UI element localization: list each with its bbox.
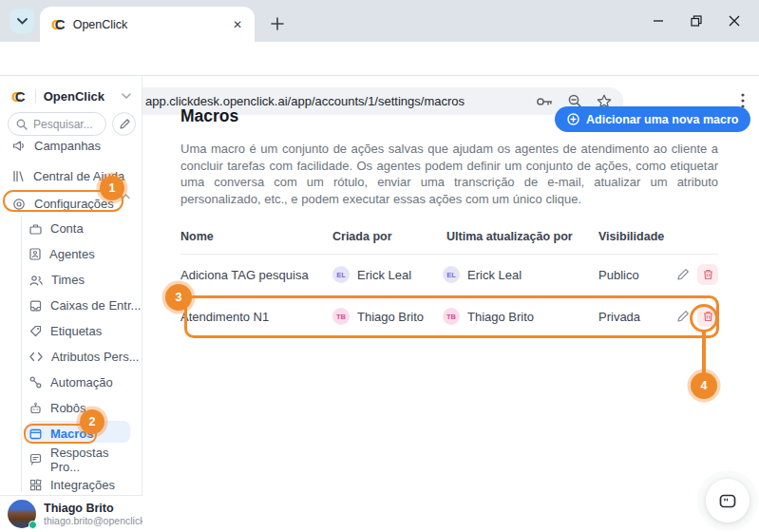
- sidebar-item-label: Agentes: [49, 247, 95, 261]
- macros-description: Uma macro é um conjunto de ações salvas …: [180, 141, 718, 207]
- blocks-icon: [29, 479, 42, 491]
- updated-by: Thiago Brito: [467, 310, 534, 324]
- online-status-dot: [28, 521, 37, 529]
- annotation-connector-line: [702, 332, 706, 374]
- macro-name: Adiciona TAG pesquisa: [180, 268, 309, 282]
- sidebar-item-caixas-de-entrada[interactable]: Caixas de Entr...: [0, 293, 142, 318]
- sidebar-item-campanhas[interactable]: Campanhas: [0, 139, 142, 159]
- plus-circle-icon: [567, 113, 579, 125]
- gear-icon: [12, 198, 26, 211]
- compose-button[interactable]: [112, 112, 136, 136]
- trash-icon: [703, 269, 713, 280]
- edit-macro-button[interactable]: [676, 310, 690, 323]
- openclick-favicon: CC: [51, 17, 66, 31]
- macro-icon: [29, 428, 42, 440]
- briefcase-icon: [29, 223, 42, 235]
- code-icon: [29, 352, 43, 362]
- agent-card-icon: [29, 248, 41, 260]
- user-avatar: [8, 500, 36, 528]
- chat-reply-icon: [29, 453, 42, 466]
- column-header-criada-por: Criada por: [332, 230, 392, 243]
- browser-tab-openclick[interactable]: CC OpenClick ✕: [40, 7, 255, 42]
- sidebar-item-label: Integrações: [50, 478, 115, 492]
- workspace-switcher[interactable]: CC OpenClick: [0, 84, 142, 108]
- macro-name: Atendimento N1: [180, 310, 269, 324]
- browser-tabstrip: CC OpenClick ✕: [0, 0, 759, 42]
- created-by: Thiago Brito: [357, 310, 424, 324]
- sidebar-item-times[interactable]: Times: [0, 267, 142, 293]
- pencil-icon: [676, 268, 690, 281]
- chat-widget-icon: [719, 494, 736, 508]
- sidebar-item-label: Configurações: [34, 197, 114, 211]
- search-input[interactable]: Pesquisar...: [8, 112, 106, 136]
- password-key-icon[interactable]: [536, 96, 554, 107]
- plus-icon: [271, 17, 284, 30]
- restore-button[interactable]: [689, 13, 704, 28]
- add-macro-button[interactable]: Adicionar uma nova macro: [555, 106, 750, 132]
- table-header-row: Nome Criada por Ultima atualização por V…: [180, 226, 718, 254]
- new-tab-button[interactable]: [266, 12, 289, 35]
- window-controls: [651, 0, 759, 42]
- chat-widget-button[interactable]: [706, 479, 750, 522]
- tab-close-icon[interactable]: ✕: [230, 17, 245, 32]
- sidebar-item-respostas-prontas[interactable]: Respostas Pro...: [0, 446, 142, 472]
- annotation-step-1: 1: [100, 176, 124, 200]
- tab-search-button[interactable]: [9, 9, 34, 33]
- avatar: EL: [443, 266, 460, 283]
- sidebar-item-label: Robôs: [50, 401, 86, 415]
- visibility-value: Publico: [598, 268, 639, 282]
- trash-icon: [703, 311, 713, 322]
- chevron-down-icon: [122, 93, 131, 99]
- sidebar-item-label: Etiquetas: [50, 324, 102, 338]
- sidebar-item-label: Conta: [50, 221, 84, 236]
- sidebar-item-etiquetas[interactable]: Etiquetas: [0, 318, 142, 344]
- minimize-button[interactable]: [651, 13, 666, 28]
- tab-title: OpenClick: [73, 18, 230, 31]
- workflow-icon: [29, 376, 42, 389]
- sidebar-item-integracoes[interactable]: Integrações: [0, 472, 142, 492]
- close-window-button[interactable]: [727, 13, 742, 28]
- visibility-value: Privada: [598, 310, 640, 324]
- page-title: Macros: [180, 106, 238, 126]
- search-icon: [16, 119, 28, 130]
- openclick-logo: CC: [11, 89, 26, 104]
- delete-macro-button[interactable]: [697, 264, 718, 285]
- library-icon: [12, 170, 25, 182]
- sidebar-item-label: Times: [51, 273, 85, 287]
- search-placeholder: Pesquisar...: [33, 118, 93, 131]
- sidebar-item-label: Atributos Pers...: [51, 350, 139, 364]
- column-header-visibilidade: Visibilidade: [598, 230, 664, 243]
- chevron-up-icon[interactable]: [122, 194, 130, 200]
- inbox-icon: [29, 300, 42, 312]
- tags-icon: [29, 325, 42, 337]
- divider: [35, 89, 36, 103]
- sidebar-item-label: Campanhas: [34, 139, 101, 153]
- sidebar-item-label: Caixas de Entr...: [50, 298, 141, 313]
- sidebar-item-macros[interactable]: Macros: [0, 421, 142, 446]
- sidebar-item-robos[interactable]: Robôs: [0, 395, 142, 421]
- chevron-down-icon: [17, 18, 28, 25]
- sidebar-item-automacao[interactable]: Automação: [0, 370, 142, 395]
- sidebar-item-atributos-personalizados[interactable]: Atributos Pers...: [0, 344, 142, 370]
- column-header-ultima-atualizacao: Ultima atualização por: [446, 230, 573, 243]
- delete-macro-button[interactable]: [697, 306, 718, 327]
- table-row: Atendimento N1 TB Thiago Brito TB Thiago…: [180, 295, 718, 337]
- pen-icon: [119, 119, 130, 130]
- created-by: Erick Leal: [357, 268, 411, 282]
- annotation-step-3: 3: [165, 284, 192, 311]
- edit-macro-button[interactable]: [676, 268, 690, 281]
- browser-toolbar: app.clickdesk.openclick.ai/app/accounts/…: [0, 42, 759, 76]
- sidebar-item-agentes[interactable]: Agentes: [0, 241, 142, 267]
- sidebar-item-conta[interactable]: Conta: [0, 216, 142, 241]
- column-header-nome: Nome: [180, 230, 214, 243]
- updated-by: Erick Leal: [467, 268, 522, 282]
- megaphone-icon: [12, 140, 26, 152]
- avatar: EL: [332, 266, 350, 283]
- table-row: Adiciona TAG pesquisa EL Erick Leal EL E…: [180, 254, 718, 295]
- pencil-icon: [676, 310, 690, 323]
- kebab-menu-icon: [741, 93, 745, 108]
- user-profile[interactable]: Thiago Brito thiago.brito@openclick...: [0, 495, 142, 532]
- avatar: TB: [443, 308, 460, 325]
- workspace-name: OpenClick: [44, 89, 122, 104]
- annotation-step-2: 2: [80, 409, 104, 434]
